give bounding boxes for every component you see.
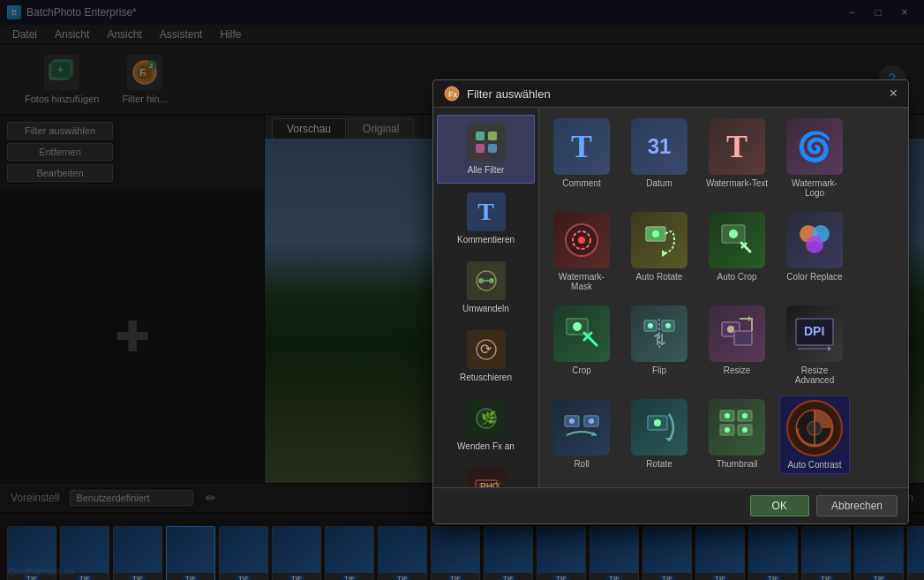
svg-point-69 xyxy=(742,427,747,433)
svg-point-60 xyxy=(654,419,661,426)
resize-advanced-icon: DPI xyxy=(786,305,843,362)
svg-rect-14 xyxy=(476,144,485,153)
filter-cell-resize-advanced[interactable]: DPI Resize Advanced xyxy=(779,302,850,388)
filter-list-item-wenden-fx[interactable]: 🌿 Wenden Fx an xyxy=(437,392,535,459)
svg-point-37 xyxy=(806,236,823,253)
rotate-label: Rotate xyxy=(646,459,672,469)
modal-footer: OK Abbrechen xyxy=(433,487,908,524)
umwandeln-icon xyxy=(467,261,506,300)
thumbnail-label: Thumbnail xyxy=(717,459,758,469)
modal-cancel-button[interactable]: Abbrechen xyxy=(816,495,898,516)
filter-list-item-alle-filter[interactable]: Alle Filter xyxy=(437,115,535,184)
resize-icon xyxy=(709,305,765,362)
svg-text:Fx: Fx xyxy=(448,90,457,99)
watermark-mask-icon xyxy=(553,212,610,268)
watermark-mask-label: Watermark-Mask xyxy=(550,272,613,291)
svg-point-41 xyxy=(648,323,653,328)
filter-cell-crop[interactable]: Crop xyxy=(546,302,617,388)
filter-cell-flip[interactable]: ⇅ Flip xyxy=(624,302,695,388)
svg-text:⇅: ⇅ xyxy=(653,331,666,349)
filter-cell-watermark-logo[interactable]: 🌀 Watermark-Logo xyxy=(779,115,850,201)
rotate-icon xyxy=(631,399,687,456)
flip-icon: ⇅ xyxy=(631,305,687,362)
datum-label: Datum xyxy=(646,178,672,188)
filter-list-item-kommentieren[interactable]: T Kommentieren xyxy=(437,185,535,252)
auto-rotate-icon xyxy=(631,212,687,268)
kommentieren-label: Kommentieren xyxy=(457,235,515,245)
svg-text:🌿: 🌿 xyxy=(481,411,497,426)
filter-cell-resize[interactable]: Resize xyxy=(702,302,772,388)
svg-point-17 xyxy=(478,278,484,283)
modal-close-button[interactable]: × xyxy=(890,87,898,101)
svg-point-55 xyxy=(569,418,575,424)
roll-icon xyxy=(553,399,610,456)
auto-rotate-label: Auto Rotate xyxy=(636,272,683,282)
filter-cell-auto-crop[interactable]: Auto Crop xyxy=(702,208,772,295)
svg-point-39 xyxy=(573,322,582,331)
filter-row-0: T Comment 31 Datum T Watermark-Text 🌀 Wa… xyxy=(546,115,901,201)
flip-label: Flip xyxy=(652,365,666,375)
filter-cell-auto-rotate[interactable]: Auto Rotate xyxy=(624,208,695,295)
modal-ok-button[interactable]: OK xyxy=(750,495,809,516)
comment-label: Comment xyxy=(562,178,600,188)
datum-icon: 31 xyxy=(631,118,687,175)
filter-cell-roll[interactable]: Roll xyxy=(546,395,617,474)
filter-row-3: Roll Rotate xyxy=(546,395,901,474)
comment-icon: T xyxy=(553,118,610,175)
svg-point-34 xyxy=(729,230,738,238)
auto-contrast-icon xyxy=(786,400,843,456)
retuschieren-label: Retuschieren xyxy=(460,373,512,383)
filter-cell-rotate[interactable]: Rotate xyxy=(624,395,695,474)
resize-label: Resize xyxy=(724,365,751,375)
umwandeln-label: Umwandeln xyxy=(462,304,509,314)
watermark-logo-label: Watermark-Logo xyxy=(783,178,846,198)
filter-cell-watermark-text[interactable]: T Watermark-Text xyxy=(702,115,772,201)
svg-point-66 xyxy=(725,413,730,418)
auto-crop-label: Auto Crop xyxy=(717,272,756,282)
filter-cell-comment[interactable]: T Comment xyxy=(546,115,617,201)
svg-text:DPI: DPI xyxy=(804,324,824,338)
svg-point-18 xyxy=(489,278,494,283)
filter-cell-watermark-mask[interactable]: Watermark-Mask xyxy=(546,208,617,295)
filter-list-item-umwandeln[interactable]: Umwandeln xyxy=(437,254,535,321)
auto-crop-icon xyxy=(709,212,765,268)
resize-advanced-label: Resize Advanced xyxy=(783,365,846,385)
alle-filter-icon xyxy=(467,123,506,162)
retuschieren-icon: ⟳ xyxy=(467,330,506,369)
filter-cell-auto-contrast[interactable]: Auto Contrast xyxy=(779,395,850,474)
auto-contrast-label: Auto Contrast xyxy=(787,460,841,470)
modal-icon: Fx xyxy=(444,86,460,102)
svg-text:⟳: ⟳ xyxy=(480,342,492,357)
filter-cell-color-replace[interactable]: Color Replace xyxy=(779,208,850,295)
color-replace-label: Color Replace xyxy=(786,272,842,282)
thumbnail-icon xyxy=(709,399,765,456)
svg-marker-61 xyxy=(665,438,672,441)
filter-cell-datum[interactable]: 31 Datum xyxy=(624,115,695,201)
alle-filter-label: Alle Filter xyxy=(468,165,505,176)
svg-point-43 xyxy=(665,323,671,328)
roll-label: Roll xyxy=(574,459,589,469)
watermark-text-icon: T xyxy=(709,118,765,175)
modal-title-text: Filter auswählen xyxy=(467,87,551,101)
svg-point-47 xyxy=(727,326,734,333)
svg-point-31 xyxy=(652,230,659,237)
svg-point-68 xyxy=(725,427,730,433)
wenden-fx-icon: 🌿 xyxy=(467,399,506,438)
filter-grid: T Comment 31 Datum T Watermark-Text 🌀 Wa… xyxy=(539,108,908,487)
filter-list: Alle Filter T Kommentieren xyxy=(433,108,539,487)
wenden-fx-label: Wenden Fx an xyxy=(457,441,515,452)
crop-label: Crop xyxy=(572,365,591,375)
svg-rect-13 xyxy=(488,132,497,140)
svg-point-57 xyxy=(589,418,594,424)
svg-point-29 xyxy=(578,237,585,244)
svg-rect-12 xyxy=(476,132,485,140)
modal-titlebar: Fx Filter auswählen × xyxy=(433,80,908,108)
modal-title: Fx Filter auswählen xyxy=(444,86,551,102)
svg-marker-32 xyxy=(662,250,667,257)
filter-list-item-retuschieren[interactable]: ⟳ Retuschieren xyxy=(437,323,535,390)
watermark-text-label: Watermark-Text xyxy=(706,178,768,188)
modal-body: Alle Filter T Kommentieren xyxy=(433,108,908,487)
color-replace-icon xyxy=(786,212,843,268)
filter-select-modal: Fx Filter auswählen × Alle Filter xyxy=(432,79,909,524)
filter-cell-thumbnail[interactable]: Thumbnail xyxy=(702,395,772,474)
